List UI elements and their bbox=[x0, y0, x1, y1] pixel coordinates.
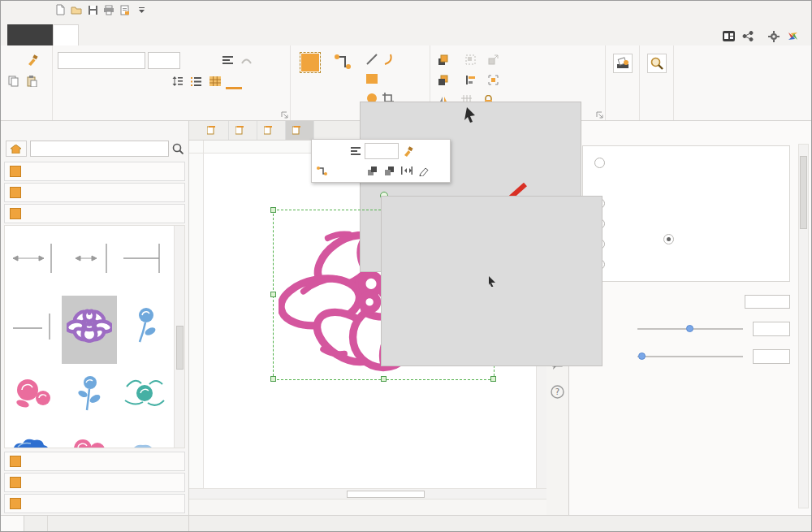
symbol-partial-blue[interactable] bbox=[117, 432, 172, 448]
connector-tool-button[interactable] bbox=[325, 50, 361, 110]
font-size-select[interactable] bbox=[148, 52, 180, 69]
increase-font-button[interactable] bbox=[183, 52, 199, 68]
fill-panel-scrollbar[interactable] bbox=[798, 144, 809, 508]
tab-view[interactable] bbox=[127, 24, 152, 45]
bring-to-front-button[interactable] bbox=[435, 50, 456, 70]
doc-tab-2[interactable] bbox=[229, 121, 257, 140]
font-color-button[interactable] bbox=[226, 73, 242, 89]
rectangle-tool-button[interactable] bbox=[366, 74, 378, 84]
tab-symbols[interactable] bbox=[152, 24, 176, 45]
float-align-button[interactable] bbox=[348, 143, 363, 159]
symbol-search-input[interactable] bbox=[30, 141, 169, 157]
symbol-flower-pattern-1[interactable] bbox=[62, 296, 117, 364]
minimize-button[interactable] bbox=[735, 2, 759, 17]
library-section-flags[interactable] bbox=[4, 494, 185, 513]
sidebar-scrollbar[interactable] bbox=[174, 226, 184, 448]
group-button[interactable] bbox=[463, 50, 483, 70]
line-tool-button[interactable] bbox=[366, 54, 378, 65]
bold-button[interactable] bbox=[58, 73, 74, 89]
doc-tab-4-active[interactable] bbox=[286, 121, 314, 140]
align-objects-button[interactable] bbox=[463, 71, 483, 90]
superscript-button[interactable] bbox=[151, 73, 167, 89]
symbol-flower-pattern-3[interactable] bbox=[6, 364, 62, 432]
float-select-button[interactable] bbox=[381, 196, 603, 366]
selection-handle-middle-left[interactable] bbox=[270, 292, 276, 297]
arc-tool-button[interactable] bbox=[382, 54, 394, 65]
cut-button[interactable] bbox=[6, 52, 22, 68]
float-increase-font-button[interactable] bbox=[313, 143, 329, 159]
style-button[interactable] bbox=[611, 50, 635, 110]
symbol-line-5[interactable] bbox=[6, 296, 62, 364]
fill-option-picture-texture[interactable] bbox=[594, 254, 778, 275]
symbol-line-2[interactable] bbox=[6, 227, 62, 296]
bottom-tab-symbol-library[interactable] bbox=[1, 516, 24, 531]
brightness-slider-thumb[interactable] bbox=[686, 325, 693, 332]
edit-button[interactable] bbox=[645, 50, 669, 110]
tab-help[interactable] bbox=[176, 24, 201, 45]
fill-option-gradient[interactable] bbox=[594, 193, 778, 214]
selection-handle-bottom-right[interactable] bbox=[490, 376, 496, 382]
italic-button[interactable] bbox=[76, 73, 93, 89]
float-connector-button[interactable] bbox=[313, 162, 329, 179]
undo-button[interactable] bbox=[20, 2, 35, 17]
symbol-line-3[interactable] bbox=[62, 227, 117, 296]
float-bring-front-button[interactable] bbox=[365, 162, 380, 179]
format-painter-button[interactable] bbox=[24, 52, 41, 68]
bottom-tab-file-recovery[interactable] bbox=[24, 516, 48, 531]
brightness-slider[interactable] bbox=[637, 328, 743, 330]
text-tool-button[interactable] bbox=[296, 50, 325, 110]
float-send-back-button[interactable] bbox=[382, 162, 397, 179]
search-button[interactable] bbox=[172, 143, 184, 154]
transparency-slider[interactable] bbox=[637, 356, 743, 357]
library-section-heart[interactable] bbox=[4, 183, 185, 202]
float-bold-button[interactable] bbox=[330, 162, 346, 179]
redo-button[interactable] bbox=[37, 2, 51, 17]
doc-tab-1[interactable] bbox=[201, 121, 229, 140]
brightness-value-input[interactable] bbox=[753, 322, 790, 336]
open-button[interactable] bbox=[69, 2, 84, 17]
close-button[interactable] bbox=[784, 2, 808, 17]
tab-home[interactable] bbox=[53, 24, 79, 45]
doc-tab-3[interactable] bbox=[257, 121, 286, 140]
symbol-flower-pattern-4[interactable] bbox=[62, 364, 117, 432]
library-home-button[interactable] bbox=[6, 141, 27, 157]
line-spacing-button[interactable] bbox=[170, 73, 186, 89]
new-document-button[interactable] bbox=[53, 2, 67, 17]
font-name-select[interactable] bbox=[58, 52, 145, 69]
selection-handle-bottom-left[interactable] bbox=[270, 376, 276, 382]
symbol-flower-pattern-5[interactable] bbox=[117, 364, 172, 432]
font-dialog-launcher-icon[interactable] bbox=[281, 111, 288, 119]
float-distribute-button[interactable] bbox=[399, 162, 414, 179]
library-section-gestures[interactable] bbox=[4, 473, 185, 492]
selection-handle-top-left[interactable] bbox=[270, 207, 276, 213]
tab-file[interactable] bbox=[7, 24, 53, 45]
fill-option-pattern[interactable] bbox=[594, 234, 778, 254]
float-pen-button[interactable] bbox=[416, 162, 431, 179]
print-button[interactable] bbox=[102, 2, 116, 17]
export-button[interactable] bbox=[118, 2, 132, 17]
table-style-button[interactable] bbox=[207, 73, 223, 89]
send-to-back-button[interactable] bbox=[435, 71, 456, 90]
tab-insert[interactable] bbox=[79, 24, 103, 45]
library-section-bow[interactable] bbox=[4, 162, 185, 181]
center-button[interactable] bbox=[486, 71, 503, 90]
radio-icon[interactable] bbox=[594, 158, 605, 168]
radio-selected-icon[interactable] bbox=[663, 234, 674, 244]
copy-button[interactable] bbox=[6, 73, 22, 89]
subscript-button[interactable] bbox=[132, 73, 149, 89]
customize-quick-access-button[interactable] bbox=[134, 2, 149, 17]
float-font-select[interactable] bbox=[365, 143, 399, 159]
float-italic-button[interactable] bbox=[348, 162, 363, 179]
settings-button[interactable] bbox=[768, 31, 780, 42]
color-swatch-select[interactable] bbox=[745, 295, 790, 309]
scrollbar-thumb[interactable] bbox=[800, 156, 807, 229]
help-panel-button[interactable]: ? bbox=[548, 382, 568, 401]
maximize-button[interactable] bbox=[759, 2, 784, 17]
library-section-social-media[interactable] bbox=[4, 452, 185, 471]
tab-page-layout[interactable] bbox=[103, 24, 127, 45]
symbol-partial-roses[interactable] bbox=[62, 432, 117, 448]
fill-option-none[interactable] bbox=[594, 153, 778, 173]
transparency-value-input[interactable] bbox=[753, 349, 790, 364]
symbol-flower-pattern-2[interactable] bbox=[117, 296, 172, 364]
text-arc-button[interactable] bbox=[239, 52, 255, 68]
